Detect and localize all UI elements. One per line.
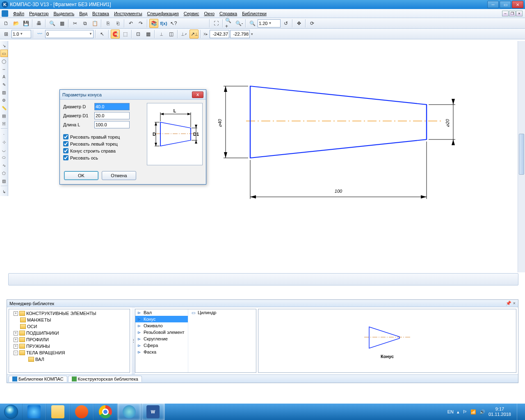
redo-button[interactable]: ↷ <box>136 19 145 28</box>
dialog-close-button[interactable]: X <box>192 91 203 98</box>
check-right-cone[interactable] <box>63 148 68 153</box>
task-media[interactable] <box>70 404 94 420</box>
localcs-button[interactable]: ⟂ <box>157 30 166 39</box>
tree-node[interactable]: +ПРОФИЛИ <box>10 336 129 343</box>
undo-button[interactable]: ↶ <box>126 19 135 28</box>
open-button[interactable]: 📂 <box>11 19 21 28</box>
tree-node[interactable]: ВАЛ <box>10 356 129 363</box>
tool-spline[interactable]: ∿ <box>0 162 8 169</box>
list-item[interactable]: ⊳Скругление <box>135 336 188 342</box>
task-word[interactable]: W <box>141 404 165 420</box>
tree-node[interactable]: МАНЖЕТЫ <box>10 317 129 323</box>
ortho2-button[interactable]: ◫ <box>167 30 176 39</box>
tool-measure[interactable]: 📏 <box>0 104 8 112</box>
tool-hatch2[interactable]: ▨ <box>0 177 8 185</box>
ortho-button[interactable]: 🧲 <box>111 30 120 39</box>
menu-service[interactable]: Сервис <box>181 10 202 17</box>
tool-rect[interactable]: ▭ <box>0 50 8 57</box>
menu-editor[interactable]: Редактор <box>27 10 51 17</box>
list-item[interactable]: ⊳Резьбовой элемент <box>135 329 188 336</box>
menu-view[interactable]: Вид <box>77 10 90 17</box>
zoom-all-button[interactable]: ⛶ <box>212 19 221 28</box>
ok-button[interactable]: OK <box>64 171 98 180</box>
tool-circle[interactable]: ◯ <box>0 57 8 65</box>
linestyle-button[interactable]: 〰 <box>35 30 44 39</box>
library-list[interactable]: ⊳Вал⊳Конус⊳Оживало⊳Резьбовой элемент⊳Скр… <box>135 309 256 373</box>
check-axis[interactable] <box>63 155 68 160</box>
task-kompas[interactable] <box>117 404 141 420</box>
cancel-button[interactable]: Отмена <box>102 171 136 180</box>
dialog-title-bar[interactable]: Параметры конуса X <box>60 90 206 100</box>
maximize-button[interactable]: ▭ <box>500 1 511 8</box>
tree-node[interactable]: +ПОДШИПНИКИ <box>10 330 129 336</box>
tray-lang[interactable]: EN <box>447 409 454 414</box>
pin-icon[interactable]: 📌 <box>506 301 511 306</box>
cursor-button[interactable]: ↖ <box>98 30 107 39</box>
menu-spec[interactable]: Спецификация <box>145 10 181 17</box>
tab-kompas-libs[interactable]: Библиотеки КОМПАС <box>9 376 67 382</box>
tray-network-icon[interactable]: 📶 <box>470 409 476 415</box>
new-button[interactable]: 🗋 <box>2 19 11 28</box>
mdi-restore[interactable]: ❐ <box>509 11 516 16</box>
vars-button[interactable]: f(x) <box>159 19 168 28</box>
close-panel-icon[interactable]: × <box>513 301 516 306</box>
zoom-window-button[interactable]: 🔍 <box>248 19 257 28</box>
mdi-close[interactable]: × <box>516 11 523 16</box>
tree-node[interactable]: ОСИ <box>10 323 129 330</box>
tab-constructor-lib[interactable]: Конструкторская библиотека <box>68 376 142 382</box>
paste-button[interactable]: 📋 <box>90 19 99 28</box>
zoom-combo[interactable]: 1.20▼ <box>258 19 281 27</box>
tool-point[interactable]: · <box>0 130 8 138</box>
tool-polygon[interactable]: ⬠ <box>0 169 8 177</box>
props-button[interactable]: ▦ <box>57 19 66 28</box>
tree-node[interactable]: +ПРУЖИНЫ <box>10 343 129 349</box>
list-item[interactable]: ▭Цилиндр <box>189 309 217 316</box>
tree-node[interactable]: −ТЕЛА ВРАЩЕНИЯ <box>10 349 129 356</box>
menu-help[interactable]: Справка <box>217 10 240 17</box>
rebuild-button[interactable]: ⟳ <box>308 19 317 28</box>
round-button[interactable]: ⬚ <box>121 30 130 39</box>
show-desktop-button[interactable] <box>517 404 523 420</box>
coord-y-input[interactable] <box>230 30 250 38</box>
close-button[interactable]: ✕ <box>512 1 523 8</box>
tool-arc[interactable]: ◡ <box>0 146 8 153</box>
list-item[interactable]: ⊳Фаска <box>135 349 188 355</box>
tool-text[interactable]: A <box>0 73 8 80</box>
menu-tools[interactable]: Инструменты <box>112 10 145 17</box>
scale-combo[interactable]: 1.0▼ <box>11 30 31 38</box>
field-d1-input[interactable] <box>94 112 130 119</box>
tool-ellipse[interactable]: ⬭ <box>0 154 8 161</box>
task-explorer[interactable] <box>46 404 70 420</box>
menu-libraries[interactable]: Библиотеки <box>240 10 269 17</box>
save-button[interactable]: 💾 <box>21 19 30 28</box>
tool-report[interactable]: ☵ <box>0 120 8 127</box>
snap-local-button[interactable]: ↗⟂ <box>189 30 199 39</box>
tool-params[interactable]: ⚙ <box>0 96 8 104</box>
vertical-scrollbar[interactable] <box>518 41 525 272</box>
tool-dim[interactable]: ↔ <box>0 65 8 73</box>
library-tree[interactable]: +КОНСТРУКТИВНЫЕ ЭЛЕМЕНТЫМАНЖЕТЫОСИ+ПОДШИ… <box>9 309 130 373</box>
menu-insert[interactable]: Вставка <box>90 10 112 17</box>
check-right-end[interactable] <box>63 134 68 139</box>
pan-button[interactable]: ✥ <box>294 19 304 28</box>
tree-node[interactable]: +КОНСТРУКТИВНЫЕ ЭЛЕМЕНТЫ <box>10 310 129 317</box>
start-button[interactable] <box>0 404 22 420</box>
snap-button[interactable]: ⊞ <box>2 30 11 39</box>
layer-combo[interactable]: 0▼ <box>45 30 94 38</box>
menu-file[interactable]: Файл <box>11 10 27 17</box>
field-d-input[interactable] <box>94 103 130 110</box>
menu-window[interactable]: Окно <box>201 10 217 17</box>
copy-button[interactable]: ⧉ <box>80 19 89 28</box>
check-left-end[interactable] <box>63 141 68 146</box>
library-manager-title-bar[interactable]: Менеджер библиотек 📌× <box>7 300 518 307</box>
paste-props-button[interactable]: ⎗ <box>113 19 122 28</box>
task-ie[interactable] <box>22 404 46 420</box>
tray-volume-icon[interactable]: 🔊 <box>479 409 485 415</box>
print-button[interactable]: 🖶 <box>34 19 43 28</box>
zoom-in-button[interactable]: 🔍+ <box>225 19 234 28</box>
tray-clock[interactable]: 9:17 01.11.2018 <box>488 406 511 417</box>
zoom-prev-button[interactable]: ↺ <box>281 19 290 28</box>
tray-flag-icon[interactable]: ▴ <box>457 409 459 415</box>
list-item[interactable]: ⊳Вал <box>135 309 188 316</box>
snap-global-button[interactable]: ⟂↗ <box>180 30 189 39</box>
